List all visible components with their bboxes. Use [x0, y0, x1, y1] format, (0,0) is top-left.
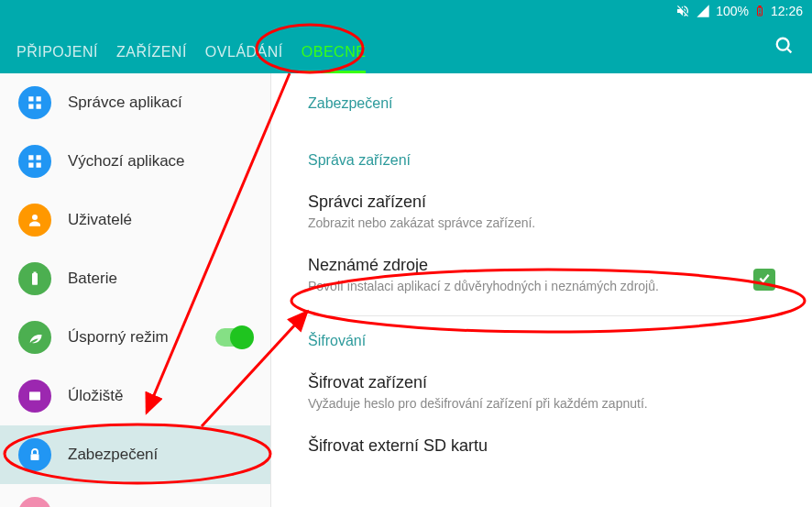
tab-controls[interactable]: OVLÁDÁNÍ — [198, 28, 291, 73]
svg-rect-16 — [34, 272, 37, 274]
sidebar-item-label: Úložiště — [68, 387, 123, 405]
svg-rect-18 — [29, 392, 40, 395]
section-security: Zabezpečení — [271, 73, 812, 123]
tabs: PŘIPOJENÍ ZAŘÍZENÍ OVLÁDÁNÍ OBECNÉ — [9, 22, 373, 73]
divider — [308, 315, 775, 316]
section-encryption: Šifrování — [271, 325, 812, 360]
battery-alert-icon — [754, 4, 765, 18]
grid-icon — [18, 86, 51, 119]
setting-subtitle: Povolí instalaci aplikací z důvěryhodnýc… — [308, 279, 739, 293]
svg-rect-11 — [37, 155, 41, 160]
setting-device-admins[interactable]: Správci zařízení Zobrazit nebo zakázat s… — [271, 180, 812, 243]
sidebar-item-label: Správce aplikací — [68, 94, 182, 112]
setting-title: Šifrovat externí SD kartu — [308, 436, 775, 456]
leaf-icon — [18, 321, 51, 354]
check-icon — [757, 270, 772, 289]
tab-general[interactable]: OBECNÉ — [294, 28, 374, 73]
user-icon — [18, 204, 51, 237]
svg-rect-19 — [31, 454, 39, 460]
svg-rect-6 — [28, 96, 33, 101]
sidebar-item-label: Baterie — [68, 270, 117, 288]
svg-point-3 — [759, 14, 760, 15]
circle-icon — [18, 497, 51, 507]
sidebar-item-storage[interactable]: Úložiště — [0, 367, 270, 425]
svg-rect-8 — [28, 105, 33, 109]
setting-encrypt-sd[interactable]: Šifrovat externí SD kartu — [271, 424, 812, 472]
status-time: 12:26 — [771, 4, 803, 18]
sidebar-item-power-saving[interactable]: Úsporný režim — [0, 308, 270, 367]
sidebar-item-label: Výchozí aplikace — [68, 152, 185, 171]
app-bar: PŘIPOJENÍ ZAŘÍZENÍ OVLÁDÁNÍ OBECNÉ — [0, 22, 812, 73]
setting-subtitle: Vyžaduje heslo pro dešifrování zařízení … — [308, 396, 775, 411]
sidebar-item-users[interactable]: Uživatelé — [0, 191, 270, 249]
signal-icon — [696, 4, 710, 18]
sidebar: Správce aplikací Výchozí aplikace Uživat… — [0, 73, 271, 507]
grid-icon — [18, 145, 51, 178]
power-saving-toggle[interactable] — [215, 328, 252, 347]
sidebar-item-label: Uživatelé — [68, 211, 132, 229]
sidebar-item-security[interactable]: Zabezpečení — [0, 425, 270, 484]
sidebar-item-app-manager[interactable]: Správce aplikací — [0, 73, 270, 132]
svg-rect-10 — [28, 155, 33, 160]
status-bar: 100% 12:26 — [0, 0, 812, 22]
battery-icon — [18, 262, 51, 295]
setting-encrypt-device[interactable]: Šifrovat zařízení Vyžaduje heslo pro deš… — [271, 360, 812, 424]
section-device-admin: Správa zařízení — [271, 123, 812, 180]
tab-device[interactable]: ZAŘÍZENÍ — [109, 28, 194, 73]
svg-rect-15 — [32, 273, 38, 285]
battery-pct: 100% — [716, 4, 749, 18]
sidebar-item-label: Úsporný režim — [68, 328, 169, 347]
svg-line-5 — [787, 49, 792, 53]
setting-title: Správci zařízení — [308, 193, 775, 212]
search-button[interactable] — [766, 29, 803, 66]
sidebar-item-default-apps[interactable]: Výchozí aplikace — [0, 132, 270, 191]
setting-title: Neznámé zdroje — [308, 256, 739, 275]
svg-rect-9 — [37, 105, 41, 109]
svg-rect-7 — [37, 96, 41, 101]
setting-unknown-sources[interactable]: Neznámé zdroje Povolí instalaci aplikací… — [271, 243, 812, 306]
tab-connection[interactable]: PŘIPOJENÍ — [9, 28, 105, 73]
storage-icon — [18, 380, 51, 413]
sidebar-item-label: Zabezpečení — [68, 446, 158, 464]
setting-subtitle: Zobrazit nebo zakázat správce zařízení. — [308, 215, 775, 230]
svg-rect-13 — [37, 163, 41, 168]
setting-title: Šifrovat zařízení — [308, 373, 775, 392]
sidebar-item-battery[interactable]: Baterie — [0, 249, 270, 308]
svg-point-14 — [32, 215, 38, 220]
mute-icon — [675, 4, 690, 18]
main-panel: Zabezpečení Správa zařízení Správci zaří… — [271, 73, 812, 507]
unknown-sources-checkbox[interactable] — [753, 269, 775, 291]
svg-rect-12 — [28, 163, 33, 168]
svg-rect-1 — [759, 6, 761, 8]
svg-point-4 — [777, 39, 789, 50]
sidebar-item-partial[interactable] — [0, 484, 270, 507]
search-icon — [774, 36, 795, 60]
lock-icon — [18, 438, 51, 471]
